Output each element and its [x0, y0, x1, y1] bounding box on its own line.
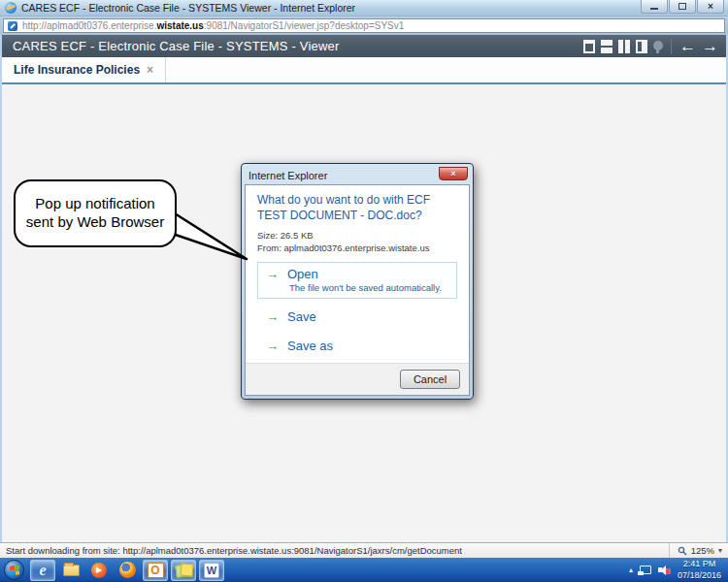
url-domain: wistate.us	[156, 20, 203, 31]
option-open-label: Open	[287, 267, 318, 281]
start-button[interactable]	[4, 560, 24, 580]
arrow-left-icon[interactable]: ←	[679, 38, 696, 54]
green-arrow-icon: →	[266, 309, 279, 324]
folder-icon	[63, 565, 80, 576]
taskbar-media-player[interactable]: ▶	[86, 560, 112, 581]
window-frame-left	[0, 35, 2, 542]
close-icon: ×	[708, 2, 713, 12]
media-player-icon: ▶	[91, 563, 107, 578]
url-suffix: :9081/NavigatorS1/viewer.jsp?desktop=SYS…	[204, 20, 405, 31]
dialog-close-icon: ×	[450, 169, 455, 178]
tray-date: 07/18/2016	[678, 570, 721, 581]
taskbar-outlook[interactable]: O	[143, 560, 168, 581]
green-arrow-icon: →	[266, 267, 279, 281]
network-icon[interactable]	[640, 566, 651, 574]
option-save-as[interactable]: → Save as	[257, 335, 457, 357]
close-button[interactable]: ×	[697, 0, 724, 14]
cancel-button[interactable]: Cancel	[400, 370, 460, 389]
green-arrow-icon: →	[266, 339, 279, 353]
layout-horizontal-split-icon[interactable]	[601, 40, 612, 53]
dialog-heading: What do you want to do with ECF TEST DOC…	[257, 193, 457, 223]
zoom-level: 125%	[691, 545, 714, 556]
dialog-file-source: From: aplmad0t0376.enterprise.wistate.us	[257, 242, 457, 254]
status-bar: Start downloading from site: http://aplm…	[0, 542, 728, 558]
app-header: CARES ECF - Electronic Case File - SYSTE…	[2, 35, 726, 57]
layout-book-icon[interactable]	[636, 40, 647, 53]
address-bar-row: http://aplmad0t0376.enterprise.wistate.u…	[0, 16, 728, 35]
window-titlebar: CARES ECF - Electronic Case File - SYSTE…	[0, 0, 728, 16]
balloon-pin-icon[interactable]	[653, 41, 663, 50]
zoom-caret-icon: ▾	[718, 546, 722, 555]
download-dialog: Internet Explorer × What do you want to …	[241, 163, 474, 400]
option-save-label: Save	[287, 309, 316, 324]
mute-x-icon: ✖	[664, 568, 671, 576]
arrow-right-icon[interactable]: →	[702, 38, 718, 54]
taskbar-windows-explorer[interactable]	[58, 560, 83, 581]
page-icon	[8, 21, 17, 31]
maximize-icon	[678, 3, 686, 10]
speaker-muted-icon[interactable]: ✖	[658, 565, 671, 575]
dialog-close-button[interactable]: ×	[439, 167, 468, 180]
callout-text: Pop up notification sent by Web Browser	[25, 195, 165, 232]
option-save-as-label: Save as	[287, 339, 333, 353]
layout-vertical-split-icon[interactable]	[618, 40, 630, 53]
taskbar-firefox[interactable]	[115, 560, 140, 581]
tray-expand-icon[interactable]: ▴	[629, 566, 633, 574]
minimize-button[interactable]	[641, 0, 668, 14]
tab-life-insurance-policies[interactable]: Life Insurance Policies ×	[2, 57, 166, 82]
taskbar-word[interactable]: W	[199, 560, 224, 581]
zoom-control[interactable]: 125% ▾	[669, 543, 722, 558]
dialog-titlebar: Internet Explorer ×	[245, 167, 470, 184]
app-title: CARES ECF - Electronic Case File - SYSTE…	[2, 39, 339, 53]
maximize-button[interactable]	[669, 0, 696, 14]
system-tray: ▴ ✖ 2:41 PM 07/18/2016	[629, 559, 728, 581]
option-open-description: The file won't be saved automatically.	[289, 282, 448, 293]
callout-annotation: Pop up notification sent by Web Browser	[14, 179, 177, 247]
address-input[interactable]: http://aplmad0t0376.enterprise.wistate.u…	[3, 18, 725, 33]
dialog-title: Internet Explorer	[248, 170, 327, 181]
firefox-icon	[119, 562, 136, 578]
sticky-notes-icon	[176, 564, 191, 577]
word-icon: W	[204, 563, 219, 578]
tab-close-icon[interactable]: ×	[147, 63, 153, 77]
url-prefix: http://aplmad0t0376.enterprise.	[22, 20, 156, 31]
minimize-icon	[650, 7, 658, 10]
taskbar-internet-explorer[interactable]: e	[30, 560, 55, 581]
magnifier-icon	[678, 546, 687, 556]
dialog-file-size: Size: 26.5 KB	[257, 230, 457, 242]
window-title: CARES ECF - Electronic Case File - SYSTE…	[21, 2, 355, 14]
windows-taskbar: e ▶ O W ▴ ✖ 2:41 PM 07/18/2016	[0, 558, 728, 582]
outlook-icon: O	[148, 563, 164, 578]
option-save[interactable]: → Save	[257, 306, 457, 328]
tray-clock[interactable]: 2:41 PM 07/18/2016	[678, 559, 721, 581]
internet-explorer-icon: e	[39, 562, 46, 579]
option-open[interactable]: → Open The file won't be saved automatic…	[257, 262, 457, 299]
status-text: Start downloading from site: http://aplm…	[6, 545, 462, 556]
header-separator	[671, 39, 672, 54]
tab-bar: Life Insurance Policies ×	[2, 57, 726, 84]
layout-single-icon[interactable]	[583, 40, 595, 53]
cancel-button-label: Cancel	[414, 373, 447, 385]
tab-label: Life Insurance Policies	[14, 63, 140, 77]
windows-logo-icon	[10, 565, 19, 575]
window-controls: ×	[641, 0, 728, 14]
tray-time: 2:41 PM	[678, 559, 721, 569]
ie-favicon-icon	[5, 2, 17, 14]
taskbar-sticky-notes[interactable]	[171, 560, 196, 581]
